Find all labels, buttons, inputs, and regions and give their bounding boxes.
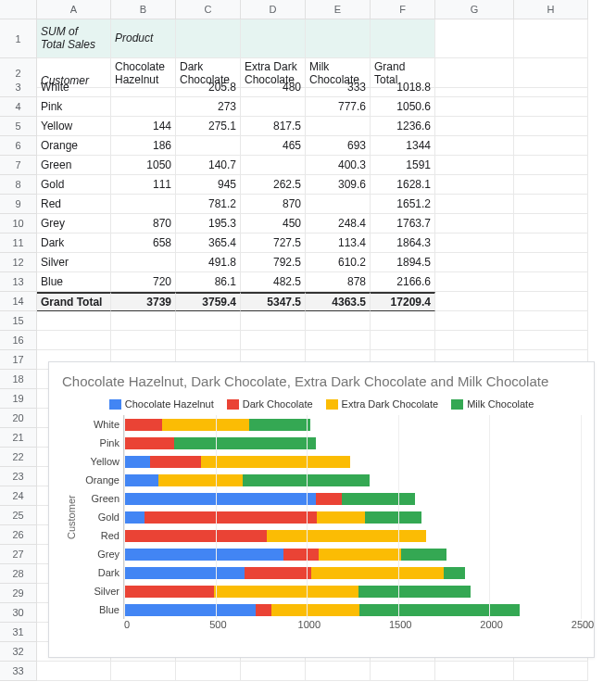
cell[interactable] <box>371 311 435 331</box>
data-cell[interactable]: 870 <box>111 214 176 233</box>
cell[interactable] <box>514 78 588 97</box>
row-header[interactable]: 23 <box>0 467 37 486</box>
data-cell[interactable]: 1236.6 <box>371 117 435 136</box>
row-header[interactable]: 4 <box>0 97 37 117</box>
data-cell[interactable]: 658 <box>111 233 176 253</box>
data-cell[interactable]: 186 <box>111 136 176 156</box>
row-header[interactable]: 21 <box>0 428 37 448</box>
data-cell[interactable] <box>111 78 176 97</box>
data-cell[interactable]: 1050 <box>111 156 176 175</box>
data-cell[interactable]: 792.5 <box>241 253 306 272</box>
cell[interactable] <box>435 78 514 97</box>
column-header[interactable]: G <box>435 0 514 19</box>
cell[interactable] <box>514 662 588 681</box>
customer-cell[interactable]: Grey <box>37 214 111 233</box>
customer-cell[interactable]: Orange <box>37 136 111 156</box>
column-header[interactable]: C <box>176 0 241 19</box>
cell[interactable] <box>306 662 371 681</box>
data-cell[interactable]: 610.2 <box>306 253 371 272</box>
grand-total-cell[interactable]: 3739 <box>111 292 176 311</box>
cell[interactable] <box>514 233 588 253</box>
cell[interactable] <box>435 214 514 233</box>
cell[interactable] <box>514 19 588 58</box>
data-cell[interactable]: 195.3 <box>176 214 241 233</box>
data-cell[interactable]: 1651.2 <box>371 195 435 214</box>
cell[interactable] <box>37 662 111 681</box>
cell[interactable] <box>435 311 514 331</box>
row-header[interactable]: 22 <box>0 448 37 467</box>
cell[interactable] <box>514 292 588 311</box>
cell[interactable] <box>306 331 371 350</box>
row-header[interactable]: 20 <box>0 409 37 428</box>
data-cell[interactable]: 273 <box>176 97 241 117</box>
row-header[interactable]: 14 <box>0 292 37 311</box>
row-header[interactable]: 19 <box>0 389 37 409</box>
cell[interactable] <box>371 331 435 350</box>
pivot-columns-label[interactable]: Product <box>111 19 176 58</box>
data-cell[interactable]: 144 <box>111 117 176 136</box>
cell[interactable] <box>241 311 306 331</box>
cell[interactable] <box>435 97 514 117</box>
cell[interactable] <box>514 195 588 214</box>
cell[interactable] <box>514 214 588 233</box>
cell[interactable] <box>435 136 514 156</box>
data-cell[interactable]: 205.8 <box>176 78 241 97</box>
row-header[interactable]: 32 <box>0 642 37 662</box>
cell[interactable] <box>176 311 241 331</box>
grand-total-label[interactable]: Grand Total <box>37 292 111 311</box>
row-header[interactable]: 27 <box>0 545 37 564</box>
data-cell[interactable] <box>241 97 306 117</box>
cell[interactable] <box>435 195 514 214</box>
data-cell[interactable]: 482.5 <box>241 272 306 292</box>
row-header[interactable]: 12 <box>0 253 37 272</box>
customer-cell[interactable]: White <box>37 78 111 97</box>
cell[interactable] <box>435 19 514 58</box>
cell[interactable] <box>37 311 111 331</box>
row-header[interactable]: 18 <box>0 370 37 389</box>
cell[interactable] <box>514 156 588 175</box>
column-header[interactable]: D <box>241 0 306 19</box>
cell[interactable] <box>514 97 588 117</box>
cell[interactable] <box>435 253 514 272</box>
cell[interactable] <box>514 175 588 195</box>
data-cell[interactable] <box>241 156 306 175</box>
cell[interactable] <box>514 136 588 156</box>
data-cell[interactable]: 1864.3 <box>371 233 435 253</box>
data-cell[interactable]: 727.5 <box>241 233 306 253</box>
data-cell[interactable]: 1591 <box>371 156 435 175</box>
row-header[interactable]: 31 <box>0 623 37 642</box>
customer-cell[interactable]: Green <box>37 156 111 175</box>
data-cell[interactable]: 465 <box>241 136 306 156</box>
data-cell[interactable]: 275.1 <box>176 117 241 136</box>
grand-total-cell[interactable]: 5347.5 <box>241 292 306 311</box>
data-cell[interactable]: 870 <box>241 195 306 214</box>
cell[interactable] <box>176 662 241 681</box>
row-header[interactable]: 3 <box>0 78 37 97</box>
column-header[interactable]: B <box>111 0 176 19</box>
cell[interactable] <box>371 662 435 681</box>
data-cell[interactable]: 720 <box>111 272 176 292</box>
data-cell[interactable]: 248.4 <box>306 214 371 233</box>
grand-total-cell[interactable]: 3759.4 <box>176 292 241 311</box>
cell[interactable] <box>176 331 241 350</box>
row-header[interactable]: 17 <box>0 350 37 370</box>
customer-cell[interactable]: Blue <box>37 272 111 292</box>
row-header[interactable]: 33 <box>0 662 37 681</box>
data-cell[interactable]: 309.6 <box>306 175 371 195</box>
data-cell[interactable] <box>111 195 176 214</box>
data-cell[interactable]: 262.5 <box>241 175 306 195</box>
row-header[interactable]: 15 <box>0 311 37 331</box>
pivot-values-label[interactable]: SUM ofTotal Sales <box>37 19 111 58</box>
data-cell[interactable]: 86.1 <box>176 272 241 292</box>
customer-cell[interactable]: Dark <box>37 233 111 253</box>
cell[interactable] <box>435 156 514 175</box>
grand-total-cell[interactable]: 4363.5 <box>306 292 371 311</box>
row-header[interactable]: 1 <box>0 19 37 58</box>
data-cell[interactable] <box>306 117 371 136</box>
cell[interactable] <box>241 662 306 681</box>
cell[interactable] <box>306 19 371 58</box>
row-header[interactable]: 11 <box>0 233 37 253</box>
row-header[interactable]: 7 <box>0 156 37 175</box>
cell[interactable] <box>514 331 588 350</box>
data-cell[interactable] <box>306 195 371 214</box>
